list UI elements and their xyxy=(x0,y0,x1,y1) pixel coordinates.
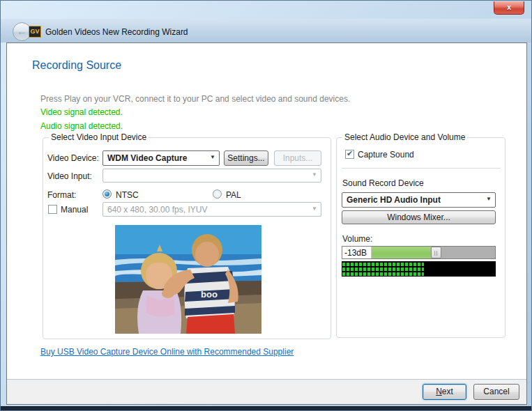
capture-sound-label[interactable]: Capture Sound xyxy=(358,150,414,160)
video-input-label: Video Input: xyxy=(47,171,92,181)
cancel-button[interactable]: Cancel xyxy=(473,384,519,400)
sound-device-label: Sound Record Device xyxy=(342,178,424,188)
wizard-window: x ← GV Golden Videos New Recording Wizar… xyxy=(0,0,532,411)
video-signal-status: Video signal detected. xyxy=(40,107,123,117)
content-area: Recording Source Press Play on your VCR,… xyxy=(6,42,527,405)
windows-mixer-button[interactable]: Windows Mixer... xyxy=(342,210,496,224)
next-button[interactable]: Next xyxy=(423,384,466,400)
instruction-text: Press Play on your VCR, connect it to yo… xyxy=(40,94,350,104)
close-button[interactable]: x xyxy=(494,1,524,15)
volume-label: Volume: xyxy=(342,234,372,244)
audio-group: Select Audio Device and Volume Capture S… xyxy=(336,137,506,338)
inputs-button: Inputs... xyxy=(274,150,321,166)
sound-device-select[interactable]: Generic HD Audio Input ▼ xyxy=(342,192,496,208)
ntsc-radio-label[interactable]: NTSC xyxy=(116,190,139,200)
chevron-down-icon: ▼ xyxy=(210,154,215,160)
audio-level-meter xyxy=(342,261,496,277)
video-device-value: WDM Video Capture xyxy=(107,153,187,163)
format-label: Format: xyxy=(47,190,76,200)
shirt-text: boo xyxy=(201,289,218,300)
ntsc-radio[interactable] xyxy=(102,189,112,199)
volume-value: -13dB xyxy=(342,247,372,258)
manual-checkbox-label[interactable]: Manual xyxy=(61,205,88,215)
audio-level-fill xyxy=(342,262,424,276)
window-title: Golden Videos New Recording Wizard xyxy=(45,27,188,37)
separator xyxy=(342,168,501,169)
video-device-label: Video Device: xyxy=(47,153,99,163)
chevron-down-icon: ▼ xyxy=(312,171,317,178)
sound-device-value: Generic HD Audio Input xyxy=(347,195,441,205)
footer-bar: Next Cancel xyxy=(7,379,526,404)
buy-capture-device-link[interactable]: Buy USB Video Capture Device Online with… xyxy=(40,347,294,357)
pal-radio[interactable] xyxy=(213,189,222,199)
audio-group-title: Select Audio Device and Volume xyxy=(342,132,467,142)
video-input-group: Select Video Input Device Video Device: … xyxy=(43,137,331,339)
pal-radio-label[interactable]: PAL xyxy=(226,190,241,200)
chevron-down-icon: ▼ xyxy=(486,196,492,202)
capture-sound-checkbox[interactable] xyxy=(345,150,354,159)
video-device-select[interactable]: WDM Video Capture ▼ xyxy=(102,150,220,166)
settings-button[interactable]: Settings... xyxy=(224,150,268,166)
volume-slider-handle[interactable]: || xyxy=(431,247,441,258)
window-bottom-edge xyxy=(1,406,532,410)
audio-signal-status: Audio signal detected. xyxy=(40,121,123,131)
video-group-title: Select Video Input Device xyxy=(49,132,149,142)
video-input-select: ▼ xyxy=(102,169,321,183)
manual-format-select: 640 x 480, 30.00 fps, IYUV ▼ xyxy=(102,202,321,217)
manual-checkbox[interactable] xyxy=(48,205,57,214)
page-title: Recording Source xyxy=(32,59,121,72)
volume-slider[interactable]: -13dB || xyxy=(342,246,496,259)
app-logo-icon: GV xyxy=(29,26,41,38)
manual-format-value: 640 x 480, 30.00 fps, IYUV xyxy=(107,205,207,215)
preview-photo: boo xyxy=(115,225,261,334)
chevron-down-icon: ▼ xyxy=(312,206,317,212)
volume-fill xyxy=(372,247,438,258)
